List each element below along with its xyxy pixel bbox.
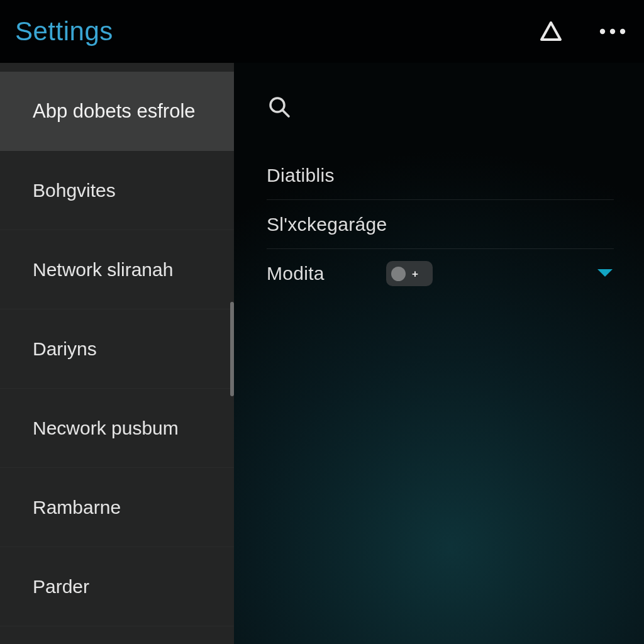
app-body: Abp dobets esfrole Bohgvites Network sli… bbox=[0, 63, 644, 644]
sidebar-item-rambarne[interactable]: Rambarne bbox=[0, 468, 234, 547]
svg-point-2 bbox=[620, 29, 625, 34]
main-panel: Diatiblis Sl'xckegaráge Modita + bbox=[234, 63, 644, 644]
more-icon[interactable] bbox=[599, 28, 626, 35]
sidebar-item-label: Parder bbox=[33, 576, 89, 597]
setting-row-modita[interactable]: Modita + bbox=[267, 249, 614, 298]
sidebar-item-abp-dobets-esfrole[interactable]: Abp dobets esfrole bbox=[0, 72, 234, 151]
sidebar-item-parder[interactable]: Parder bbox=[0, 547, 234, 626]
sidebar: Abp dobets esfrole Bohgvites Network sli… bbox=[0, 63, 234, 644]
svg-line-4 bbox=[282, 110, 289, 116]
app-header: Settings bbox=[0, 0, 644, 63]
sidebar-item-bohgvites[interactable]: Bohgvites bbox=[0, 151, 234, 230]
sidebar-item-network-sliranah[interactable]: Network sliranah bbox=[0, 230, 234, 309]
sidebar-item-dariyns[interactable]: Dariyns bbox=[0, 309, 234, 389]
sidebar-item-label: Network sliranah bbox=[33, 259, 173, 280]
sidebar-item-necwork-pusbum[interactable]: Necwork pusbum bbox=[0, 389, 234, 468]
search-button[interactable] bbox=[267, 84, 614, 130]
chevron-down-icon[interactable] bbox=[596, 268, 614, 279]
setting-label: Sl'xckegaráge bbox=[267, 214, 387, 235]
modita-toggle[interactable]: + bbox=[386, 261, 433, 286]
toggle-knob bbox=[391, 267, 406, 281]
setting-label: Modita bbox=[267, 263, 386, 284]
svg-point-1 bbox=[610, 29, 615, 34]
sidebar-item-label: Abp dobets esfrole bbox=[33, 100, 196, 123]
sidebar-item-label: Rambarne bbox=[33, 497, 121, 518]
header-actions bbox=[540, 21, 626, 42]
svg-point-0 bbox=[600, 29, 605, 34]
triangle-icon[interactable] bbox=[540, 21, 562, 42]
page-title: Settings bbox=[15, 16, 540, 47]
search-icon bbox=[267, 94, 292, 119]
setting-row-diatiblis[interactable]: Diatiblis bbox=[267, 151, 614, 200]
sidebar-item-label: Dariyns bbox=[33, 338, 97, 360]
setting-label: Diatiblis bbox=[267, 165, 335, 186]
setting-row-slxckegarage[interactable]: Sl'xckegaráge bbox=[267, 200, 614, 249]
sidebar-item-label: Bohgvites bbox=[33, 180, 116, 201]
plus-icon: + bbox=[412, 269, 418, 279]
sidebar-item-label: Necwork pusbum bbox=[33, 418, 179, 439]
